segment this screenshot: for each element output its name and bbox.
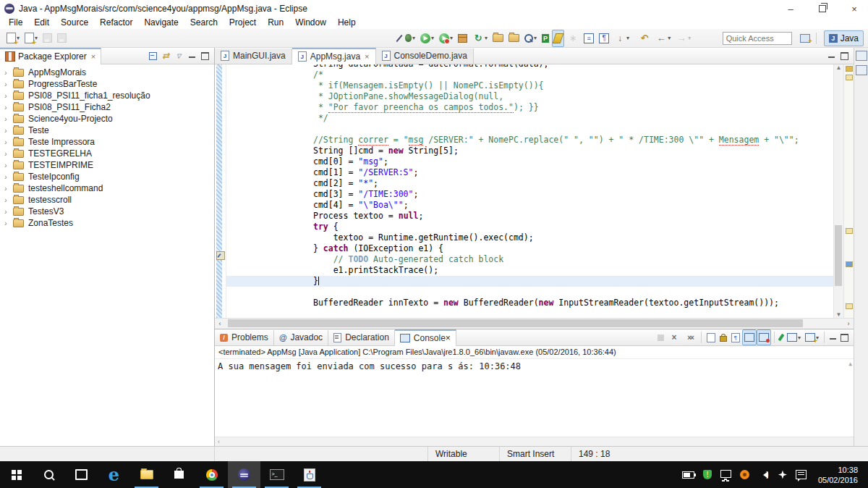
- project-row[interactable]: ›PSI08_PSI11_Ficha2: [0, 101, 214, 113]
- menu-file[interactable]: File: [3, 17, 28, 28]
- project-row[interactable]: ›TesteIpconfig: [0, 171, 214, 182]
- code-line[interactable]: [226, 287, 833, 298]
- scroll-down-icon[interactable]: ▼: [834, 311, 843, 318]
- tab-javadoc[interactable]: Javadoc: [274, 330, 328, 345]
- restore-window-button[interactable]: [812, 3, 833, 14]
- chevron-right-icon[interactable]: ›: [4, 161, 13, 169]
- restore-view-icon[interactable]: [856, 51, 867, 61]
- code-line[interactable]: textoo = Runtime.getRuntime().exec(cmd);: [226, 232, 833, 243]
- chevron-right-icon[interactable]: ›: [4, 103, 13, 112]
- quickfix-marker-icon[interactable]: [216, 251, 225, 260]
- code-pane[interactable]: String dataFormatada = dateFormat.format…: [226, 64, 833, 318]
- file-explorer-taskbar-button[interactable]: [130, 461, 163, 488]
- overview-ruler[interactable]: [843, 64, 854, 318]
- code-line[interactable]: BufferedReader innTexto = new BufferedRe…: [226, 298, 833, 308]
- clear-console-button[interactable]: [705, 329, 718, 345]
- run-button[interactable]: ▾: [418, 30, 436, 47]
- chevron-right-icon[interactable]: ›: [4, 172, 13, 181]
- remove-all-terminated-button[interactable]: [682, 329, 698, 345]
- task-view-taskbar-button[interactable]: [65, 461, 98, 488]
- battery-tray-button[interactable]: [679, 461, 698, 488]
- tab-consoledemo-java[interactable]: JConsoleDemo.java: [376, 49, 474, 64]
- annotation-marker-icon[interactable]: [846, 66, 853, 72]
- annotation-marker-icon[interactable]: [846, 261, 853, 267]
- java-app-taskbar-button[interactable]: [293, 461, 326, 488]
- action-center-tray-button[interactable]: [792, 461, 811, 488]
- open-perspective-button[interactable]: [798, 30, 812, 47]
- chevron-right-icon[interactable]: ›: [4, 149, 13, 158]
- display-console-button[interactable]: ▾: [785, 329, 803, 345]
- close-icon[interactable]: ×: [365, 52, 369, 61]
- project-row[interactable]: ›TestesV3: [0, 206, 214, 217]
- code-line[interactable]: */: [226, 113, 833, 124]
- min-view-button[interactable]: [827, 329, 838, 345]
- menu-source[interactable]: Source: [55, 17, 94, 28]
- chevron-right-icon[interactable]: ›: [4, 207, 13, 216]
- save-button[interactable]: [41, 30, 54, 47]
- eclipse-taskbar-button[interactable]: [228, 461, 260, 488]
- orange-app-tray-button[interactable]: [736, 461, 754, 488]
- quick-access-input[interactable]: [723, 32, 792, 45]
- console-output[interactable]: A sua mensagem foi enviada com sucesso p…: [215, 359, 854, 437]
- project-row[interactable]: ›testeshellcommand: [0, 182, 214, 194]
- chevron-down-icon[interactable]: ▾: [534, 35, 537, 41]
- whitespace-button[interactable]: [565, 30, 581, 47]
- annotation-pen-button[interactable]: [396, 30, 402, 47]
- tab-problems[interactable]: Problems: [215, 330, 274, 345]
- menu-help[interactable]: Help: [332, 17, 362, 28]
- project-row[interactable]: ›Science4you-Projecto: [0, 113, 214, 125]
- network-tray-button[interactable]: [717, 461, 736, 488]
- max-view-button[interactable]: [198, 50, 211, 62]
- mark-occurrences-button[interactable]: [552, 30, 564, 47]
- show-source-button[interactable]: [582, 30, 596, 47]
- code-line[interactable]: * if(Mensagem.isEmpty() || NomePC.isEmpt…: [226, 80, 833, 91]
- max-view-button[interactable]: [838, 50, 851, 62]
- plugin-flag-button[interactable]: [540, 30, 551, 47]
- menu-navigate[interactable]: Navigate: [138, 17, 184, 28]
- chevron-down-icon[interactable]: ▾: [688, 35, 691, 41]
- project-row[interactable]: ›PSI08_PSI11_ficha1_resolução: [0, 90, 214, 101]
- project-row[interactable]: ›TESTEGRELHA: [0, 148, 214, 159]
- annotation-marker-icon[interactable]: [846, 228, 853, 234]
- cmd-taskbar-button[interactable]: [260, 461, 293, 488]
- code-line[interactable]: cmd[1] = "/SERVER:S";: [226, 167, 833, 178]
- console-scroll-up-icon[interactable]: ▲: [848, 361, 852, 367]
- min-view-button[interactable]: [185, 50, 198, 62]
- run-last-button[interactable]: ▾: [437, 30, 455, 47]
- sort-button[interactable]: ▾: [612, 30, 631, 47]
- chevron-right-icon[interactable]: ›: [4, 219, 13, 227]
- volume-tray-button[interactable]: [754, 461, 773, 488]
- project-row[interactable]: ›ZonaTestes: [0, 217, 214, 229]
- terminate-button[interactable]: [655, 329, 666, 345]
- close-window-button[interactable]: ×: [843, 3, 865, 14]
- chrome-taskbar-button[interactable]: [195, 461, 228, 488]
- project-row[interactable]: ›Teste: [0, 125, 214, 136]
- chevron-down-icon[interactable]: ▾: [485, 35, 488, 41]
- code-line[interactable]: }: [226, 276, 833, 287]
- annotation-marker-icon[interactable]: [846, 75, 853, 80]
- antivirus-tray-button[interactable]: [698, 461, 717, 488]
- console-horizontal-scrollbar[interactable]: ‹: [215, 437, 854, 446]
- menu-window[interactable]: Window: [289, 17, 332, 28]
- editor-horizontal-scrollbar[interactable]: ‹ ›: [215, 318, 854, 329]
- chevron-right-icon[interactable]: ›: [4, 138, 13, 146]
- new-button[interactable]: ▾: [4, 30, 22, 47]
- show-paragraph-button[interactable]: [597, 30, 611, 47]
- search-button[interactable]: ▾: [522, 30, 539, 47]
- code-line[interactable]: cmd[4] = "\"Boa\"";: [226, 200, 833, 211]
- store-taskbar-button[interactable]: [163, 461, 195, 488]
- chevron-right-icon[interactable]: ›: [4, 80, 13, 88]
- chevron-down-icon[interactable]: ▾: [798, 335, 801, 341]
- code-line[interactable]: cmd[2] = "*";: [226, 178, 833, 189]
- project-row[interactable]: ›ProgressBarTeste: [0, 78, 214, 90]
- code-line[interactable]: Process textoo = null;: [226, 211, 833, 222]
- save-all-button[interactable]: [55, 30, 69, 47]
- min-view-button[interactable]: [825, 50, 838, 62]
- code-line[interactable]: * "Por favor preencha os campos todos.")…: [226, 102, 833, 113]
- menu-search[interactable]: Search: [184, 17, 224, 28]
- pin-console-button[interactable]: [778, 329, 785, 345]
- taskbar-clock[interactable]: 10:38 05/02/2016: [811, 465, 864, 485]
- code-line[interactable]: e1.printStackTrace();: [226, 265, 833, 276]
- project-row[interactable]: ›TESTEIMPRIME: [0, 159, 214, 171]
- scroll-up-icon[interactable]: ▲: [834, 64, 843, 71]
